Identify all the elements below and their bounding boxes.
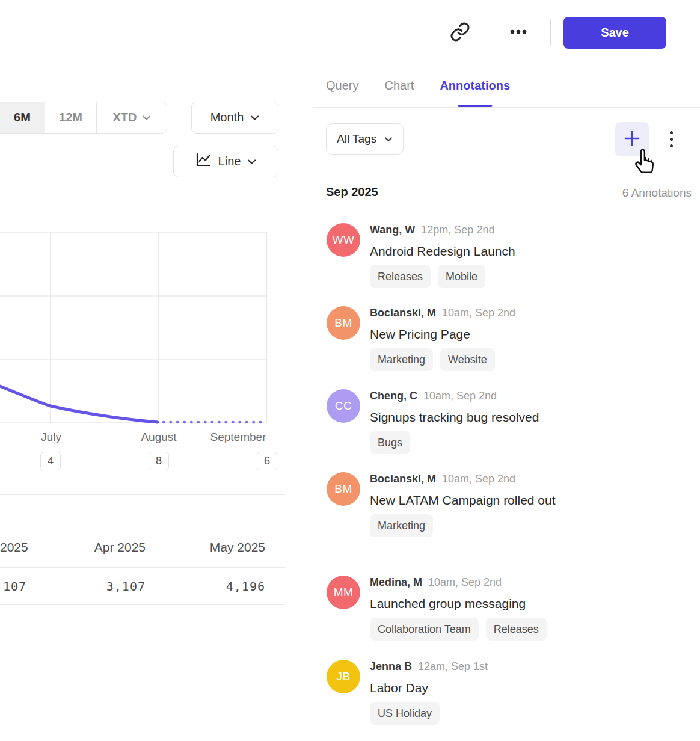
tab-annotations[interactable]: Annotations bbox=[440, 64, 510, 107]
table-header-apr-2025: Apr 2025 bbox=[26, 540, 146, 555]
chart-type-label: Line bbox=[218, 155, 241, 168]
range-6m-button[interactable]: 6M bbox=[0, 102, 45, 133]
add-annotation-button[interactable] bbox=[615, 122, 649, 156]
annotation-list-item[interactable]: BM Bocianski, M 10am, Sep 2nd New LATAM … bbox=[327, 472, 692, 537]
annotation-timestamp: 10am, Sep 2nd bbox=[428, 576, 502, 589]
all-tags-label: All Tags bbox=[337, 132, 376, 146]
annotation-tag: Collaboration Team bbox=[370, 618, 479, 641]
plus-icon bbox=[623, 129, 641, 149]
analytics-app: Save 6M 12M XTD Month Line bbox=[0, 0, 700, 741]
annotation-tag: Bugs bbox=[370, 431, 410, 454]
kebab-icon bbox=[670, 131, 673, 134]
x-axis-label-july: July bbox=[41, 431, 61, 444]
avatar: JB bbox=[327, 660, 360, 693]
tab-chart[interactable]: Chart bbox=[384, 64, 414, 107]
annotation-author: Medina, M bbox=[370, 576, 422, 589]
table-header-mar-2025: 2025 bbox=[0, 540, 26, 555]
range-12m-button[interactable]: 12M bbox=[45, 102, 96, 133]
ellipsis-icon bbox=[508, 21, 529, 45]
date-range-segmented-control: 6M 12M XTD bbox=[0, 102, 167, 134]
annotation-timestamp: 10am, Sep 2nd bbox=[442, 473, 515, 485]
annotation-title: Signups tracking bug resolved bbox=[370, 407, 539, 428]
annotation-count-badge-july[interactable]: 4 bbox=[40, 452, 61, 470]
annotation-title: Launched group messaging bbox=[370, 593, 547, 614]
annotation-author: Cheng, C bbox=[370, 390, 417, 402]
annotation-author: Bocianski, M bbox=[370, 473, 436, 485]
table-value-apr-2025: 3,107 bbox=[26, 579, 146, 594]
annotation-tag: US Holiday bbox=[370, 702, 440, 725]
all-tags-filter-dropdown[interactable]: All Tags bbox=[326, 123, 404, 155]
results-table: 2025 Apr 2025 May 2025 107 3,107 4,196 bbox=[0, 494, 285, 605]
line-chart-icon bbox=[195, 153, 212, 170]
annotation-author: Wang, W bbox=[370, 224, 415, 236]
table-value-row: 107 3,107 4,196 bbox=[0, 568, 285, 605]
annotation-list-item[interactable]: WW Wang, W 12pm, Sep 2nd Android Redesig… bbox=[327, 223, 692, 288]
annotation-list-item[interactable]: BM Bocianski, M 10am, Sep 2nd New Pricin… bbox=[327, 306, 692, 371]
annotation-title: Android Redesign Launch bbox=[370, 241, 515, 262]
month-group-header: Sep 2025 bbox=[326, 185, 378, 199]
top-bar: Save bbox=[0, 0, 700, 64]
more-options-button[interactable] bbox=[506, 20, 530, 45]
annotation-timestamp: 10am, Sep 2nd bbox=[442, 307, 515, 319]
chevron-down-icon bbox=[250, 115, 259, 121]
avatar: CC bbox=[327, 389, 360, 423]
annotations-panel: Query Chart Annotations .tab.active::aft… bbox=[313, 64, 700, 741]
granularity-label: Month bbox=[210, 111, 244, 125]
link-icon bbox=[450, 22, 470, 44]
annotation-list-item[interactable]: JB Jenna B 12am, Sep 1st Labor Day US Ho… bbox=[327, 660, 692, 725]
annotation-timestamp: 12pm, Sep 2nd bbox=[421, 224, 494, 236]
annotations-count-label: 6 Annotations bbox=[622, 186, 692, 200]
table-header-may-2025: May 2025 bbox=[146, 540, 265, 555]
copy-link-button[interactable] bbox=[448, 20, 472, 45]
table-value-mar-2025: 107 bbox=[0, 579, 26, 594]
range-xtd-button[interactable]: XTD bbox=[96, 102, 167, 133]
table-header-row: 2025 Apr 2025 May 2025 bbox=[0, 494, 285, 568]
chart-type-dropdown[interactable]: Line bbox=[173, 146, 278, 177]
annotation-tag: Releases bbox=[370, 265, 431, 288]
annotation-timestamp: 12am, Sep 1st bbox=[418, 660, 488, 673]
chevron-down-icon bbox=[247, 159, 256, 165]
annotation-tag: Mobile bbox=[438, 265, 485, 288]
annotation-count-badge-august[interactable]: 8 bbox=[149, 452, 169, 470]
save-button[interactable]: Save bbox=[563, 17, 666, 49]
avatar: BM bbox=[327, 306, 360, 340]
annotation-tag: Marketing bbox=[370, 348, 433, 371]
annotation-title: New LATAM Campaign rolled out bbox=[370, 490, 556, 511]
avatar: MM bbox=[327, 576, 360, 609]
annotation-tag: Marketing bbox=[370, 514, 433, 537]
range-xtd-label: XTD bbox=[113, 111, 137, 125]
annotation-title: New Pricing Page bbox=[370, 324, 515, 345]
annotation-author: Bocianski, M bbox=[370, 307, 436, 319]
x-axis-label-august: August bbox=[141, 431, 176, 444]
annotation-list-item[interactable]: MM Medina, M 10am, Sep 2nd Launched grou… bbox=[327, 576, 692, 641]
annotation-title: Labor Day bbox=[370, 677, 488, 698]
avatar: BM bbox=[327, 472, 360, 506]
x-axis-label-september: September bbox=[210, 431, 266, 444]
annotation-count-badge-september[interactable]: 6 bbox=[257, 452, 277, 470]
annotation-list-item[interactable]: CC Cheng, C 10am, Sep 2nd Signups tracki… bbox=[327, 389, 692, 454]
line-chart-plot[interactable] bbox=[0, 223, 283, 430]
granularity-dropdown[interactable]: Month bbox=[191, 102, 278, 134]
avatar: WW bbox=[327, 223, 360, 257]
tab-query[interactable]: Query bbox=[326, 64, 358, 107]
annotation-timestamp: 10am, Sep 2nd bbox=[423, 390, 497, 402]
annotation-tag: Releases bbox=[486, 618, 547, 641]
topbar-divider bbox=[550, 19, 551, 46]
series-line-solid bbox=[0, 386, 158, 422]
panel-tabs: Query Chart Annotations bbox=[313, 64, 700, 108]
annotations-menu-button[interactable] bbox=[661, 125, 681, 153]
table-value-may-2025: 4,196 bbox=[146, 579, 265, 594]
chevron-down-icon bbox=[142, 115, 151, 121]
annotation-tag: Website bbox=[440, 348, 495, 371]
annotation-author: Jenna B bbox=[370, 660, 412, 673]
chevron-down-icon bbox=[384, 137, 393, 142]
